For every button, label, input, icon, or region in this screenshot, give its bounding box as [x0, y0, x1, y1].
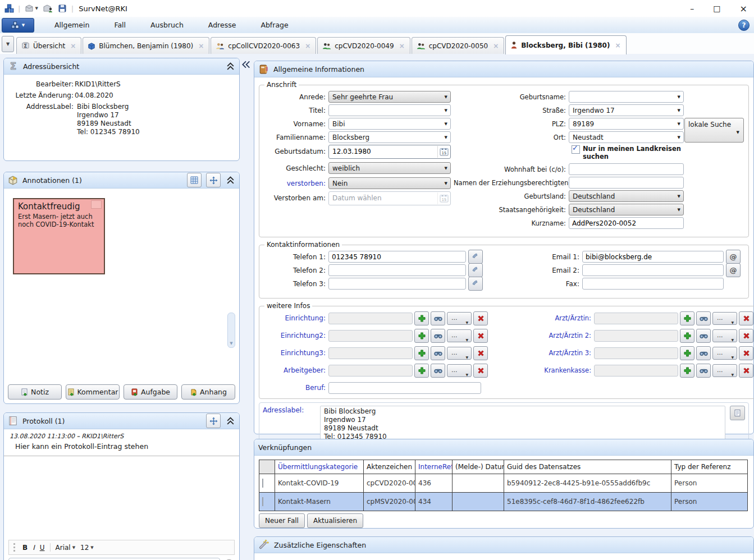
geburtsland-select[interactable]: Deutschland [569, 190, 684, 202]
col-interneref[interactable]: InterneRef [415, 460, 453, 474]
annotations-scrollbar[interactable]: ▼ [227, 313, 235, 348]
familienname-select[interactable]: Blocksberg [328, 131, 451, 143]
geschlecht-select[interactable]: weiblich [328, 162, 451, 174]
einrichtung3-field[interactable] [328, 347, 413, 359]
tab-close-icon[interactable]: × [305, 42, 310, 50]
protocol-new-entry-input[interactable] [8, 558, 220, 560]
einrichtung2-more-button[interactable]: ... [447, 329, 472, 342]
col-melde-datum[interactable]: (Melde-) Datum [453, 460, 504, 474]
einrichtung-more-button[interactable]: ... [447, 312, 472, 325]
collapse-sidebar-button[interactable] [241, 58, 250, 71]
ort-select[interactable]: Neustadt [569, 131, 684, 143]
telefon2-input[interactable] [328, 264, 466, 276]
add-arzt3-button[interactable] [680, 346, 694, 360]
einrichtung2-field[interactable] [328, 330, 413, 342]
erziehungsberechtigte-input[interactable] [569, 177, 684, 189]
clear-einrichtung-button[interactable] [473, 311, 488, 325]
lokale-suche-button[interactable]: lokale Suche [684, 118, 744, 143]
col-typ-der-referenz[interactable]: Typ der Referenz [671, 460, 748, 474]
tab-list-dropdown-button[interactable]: ▼ [2, 36, 14, 52]
collapse-panel-button[interactable] [225, 175, 235, 185]
staatsangehoerigkeit-select[interactable]: Deutschland [569, 204, 684, 215]
annotation-note[interactable]: Kontaktfreudig Erst Masern- jetzt auch n… [13, 198, 105, 274]
tab-blocksberg-active[interactable]: Blocksberg, Bibi (1980)× [505, 35, 626, 54]
add-arzt1-button[interactable] [680, 311, 694, 325]
minimize-button[interactable]: – [690, 4, 694, 13]
arzt2-field[interactable] [594, 330, 678, 342]
add-einrichtung3-button[interactable] [414, 346, 429, 360]
menu-ausbruch[interactable]: Ausbruch [138, 17, 196, 33]
clear-arbeitgeber-button[interactable] [473, 364, 488, 378]
table-row-selected[interactable]: Kontakt-Masern cpMSV2020-0016 434 51e839… [259, 493, 748, 511]
search-arbeitgeber-button[interactable] [431, 364, 445, 378]
kurzname-input[interactable] [569, 217, 684, 229]
arzt1-field[interactable] [594, 313, 678, 324]
einrichtung-field[interactable] [328, 313, 413, 324]
clear-arzt3-button[interactable] [739, 346, 753, 360]
grid-view-button[interactable] [187, 173, 202, 187]
tab-cpcollcvd2020-0063[interactable]: cpCollCVD2020-0063× [211, 37, 316, 54]
italic-button[interactable]: I [33, 544, 35, 552]
tab-close-icon[interactable]: × [399, 42, 405, 50]
anrede-select[interactable]: Sehr geehrte Frau [328, 91, 451, 103]
krankenkasse-field[interactable] [594, 365, 678, 377]
arzt3-field[interactable] [594, 347, 678, 359]
move-panel-button[interactable] [206, 414, 221, 428]
arbeitgeber-field[interactable] [328, 365, 413, 377]
col-uebermittlungskategorie[interactable]: Übermittlungskategorie [275, 460, 364, 474]
col-aktenzeichen[interactable]: Aktenzeichen [364, 460, 415, 474]
open-record-button[interactable] [43, 3, 53, 13]
row-checkbox[interactable] [262, 497, 263, 506]
add-einrichtung2-button[interactable] [414, 329, 429, 343]
wohnhaft-input[interactable] [569, 163, 684, 175]
tab-bluemchen[interactable]: Blümchen, Benjamin (1980)× [83, 37, 209, 54]
email1-input[interactable] [582, 251, 724, 263]
telefon1-input[interactable] [328, 251, 466, 263]
toolbar-drag-handle[interactable] [13, 543, 17, 552]
telefon3-input[interactable] [328, 278, 466, 290]
adresslabel-text[interactable]: Bibi Blocksberg Irgendwo 17 89189 Neusta… [320, 406, 725, 443]
einrichtung3-more-button[interactable]: ... [447, 347, 472, 360]
call-telefon2-button[interactable] [468, 263, 483, 277]
add-kommentar-button[interactable]: Kommentar [66, 384, 120, 400]
menu-allgemein[interactable]: Allgemein [42, 17, 102, 33]
send-email1-button[interactable]: @ [726, 250, 741, 264]
landkreis-checkbox[interactable] [572, 145, 580, 154]
neuer-fall-button[interactable]: Neuer Fall [259, 513, 305, 528]
search-einrichtung2-button[interactable] [431, 329, 445, 343]
tab-close-icon[interactable]: × [493, 42, 499, 50]
add-arzt2-button[interactable] [680, 329, 694, 343]
add-arbeitgeber-button[interactable] [414, 364, 429, 378]
geburtsdatum-field[interactable]: 15 [328, 145, 451, 159]
note-expand-icon[interactable] [91, 200, 102, 209]
move-panel-button[interactable] [206, 173, 221, 187]
arzt3-more-button[interactable]: ... [712, 347, 737, 360]
add-anhang-button[interactable]: Anhang [181, 384, 235, 400]
collapse-panel-button[interactable] [225, 61, 235, 71]
geburtsname-select[interactable] [569, 91, 684, 103]
strasse-select[interactable]: Irgendwo 17 [569, 104, 684, 116]
app-menu-button[interactable]: ▼ [2, 18, 34, 33]
clear-einrichtung2-button[interactable] [473, 329, 488, 343]
arzt2-more-button[interactable]: ... [712, 329, 737, 342]
clear-einrichtung3-button[interactable] [473, 346, 488, 360]
font-select[interactable]: Arial▼ [56, 544, 76, 552]
tab-close-icon[interactable]: × [615, 42, 620, 49]
tab-cpcvd2020-0050[interactable]: cpCVD2020-0050× [412, 37, 505, 54]
underline-button[interactable]: U [40, 544, 45, 552]
edit-adresslabel-button[interactable] [730, 406, 745, 420]
search-arzt3-button[interactable] [696, 346, 711, 360]
font-size-select[interactable]: 12▼ [80, 544, 94, 552]
tab-cpcvd2020-0049[interactable]: cpCVD2020-0049× [317, 37, 410, 54]
email2-input[interactable] [582, 264, 724, 276]
search-einrichtung3-button[interactable] [431, 346, 445, 360]
verstorben-am-field[interactable]: 15 [328, 191, 451, 205]
aktualisieren-button[interactable]: Aktualisieren [307, 513, 363, 528]
vorname-select[interactable]: Bibi [328, 118, 451, 130]
tab-close-icon[interactable]: × [198, 42, 204, 50]
menu-fall[interactable]: Fall [102, 17, 138, 33]
arbeitgeber-more-button[interactable]: ... [447, 364, 472, 377]
menu-abfrage[interactable]: Abfrage [248, 17, 300, 33]
fax-input[interactable] [582, 278, 724, 290]
tab-close-icon[interactable]: × [70, 42, 76, 50]
